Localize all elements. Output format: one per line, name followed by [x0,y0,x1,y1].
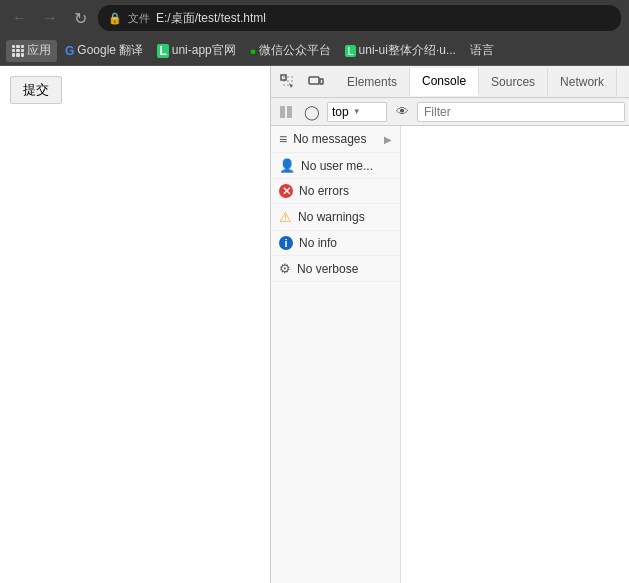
page-content: 提交 [0,66,270,583]
filter-verbose[interactable]: ⚙ No verbose [271,256,400,282]
verbose-label: No verbose [297,262,358,276]
console-output [401,126,629,583]
filter-all-messages[interactable]: ≡ No messages ▶ [271,126,400,153]
bookmark-google-label: Google 翻译 [77,42,143,59]
main-area: 提交 Elements Console S [0,66,629,583]
submit-button[interactable]: 提交 [10,76,62,104]
filter-warnings[interactable]: ⚠ No warnings [271,204,400,231]
verbose-icon: ⚙ [279,261,291,276]
all-messages-icon: ≡ [279,131,287,147]
info-label: No info [299,236,337,250]
google-icon: G [65,44,74,58]
bookmark-google-translate[interactable]: G Google 翻译 [59,40,149,62]
address-bar[interactable]: 🔒 文件 E:/桌面/test/test.html [98,5,621,31]
user-messages-icon: 👤 [279,158,295,173]
context-label: top [332,105,349,119]
browser-chrome: ← → ↻ 🔒 文件 E:/桌面/test/test.html 应用 G Goo… [0,0,629,66]
tab-elements[interactable]: Elements [335,68,410,96]
clear-console-button[interactable]: ◯ [301,101,323,123]
apps-grid-icon [12,45,24,57]
filter-errors[interactable]: ✕ No errors [271,179,400,204]
tab-sources[interactable]: Sources [479,68,548,96]
forward-button[interactable]: → [38,6,62,30]
uni-intro-icon: L [345,45,355,57]
filter-info[interactable]: i No info [271,231,400,256]
file-indicator: 文件 [128,11,150,26]
bookmark-uni-label: uni-app官网 [172,42,236,59]
bookmark-language-label: 语言 [470,42,494,59]
bookmark-wechat-label: 微信公众平台 [259,42,331,59]
bookmark-apps[interactable]: 应用 [6,40,57,62]
tab-more[interactable]: P [617,68,625,96]
devtools-panel: Elements Console Sources Network P ◯ top… [270,66,629,583]
wechat-icon: ● [250,45,257,57]
tab-network[interactable]: Network [548,68,617,96]
bookmark-uni-intro[interactable]: L uni-ui整体介绍·u... [339,40,461,62]
filter-user-messages[interactable]: 👤 No user me... [271,153,400,179]
uni-app-icon: L [157,44,168,58]
devtools-toolbar: Elements Console Sources Network P [271,66,629,98]
bookmark-apps-label: 应用 [27,42,51,59]
eye-button[interactable]: 👁 [391,101,413,123]
expand-arrow-icon: ▶ [384,134,392,145]
console-filter-sidebar: ≡ No messages ▶ 👤 No user me... ✕ No err… [271,126,401,583]
console-sidebar-toggle[interactable] [275,101,297,123]
bookmarks-bar: 应用 G Google 翻译 L uni-app官网 ● 微信公众平台 L un… [0,36,629,66]
user-messages-label: No user me... [301,159,373,173]
console-toolbar: ◯ top ▼ 👁 [271,98,629,126]
bookmark-wechat[interactable]: ● 微信公众平台 [244,40,338,62]
bookmark-uni-intro-label: uni-ui整体介绍·u... [359,42,456,59]
bookmark-uni-app[interactable]: L uni-app官网 [151,40,241,62]
errors-icon: ✕ [279,184,293,198]
svg-rect-1 [309,77,319,84]
secure-icon: 🔒 [108,12,122,25]
svg-rect-4 [287,106,292,118]
devtools-tabs: Elements Console Sources Network P [335,68,625,96]
svg-rect-3 [280,106,285,118]
info-icon: i [279,236,293,250]
device-toolbar-button[interactable] [303,69,329,95]
address-text: E:/桌面/test/test.html [156,10,611,27]
nav-bar: ← → ↻ 🔒 文件 E:/桌面/test/test.html [0,0,629,36]
reload-button[interactable]: ↻ [68,6,92,30]
filter-input[interactable] [417,102,625,122]
warnings-label: No warnings [298,210,365,224]
back-button[interactable]: ← [8,6,32,30]
errors-label: No errors [299,184,349,198]
dropdown-arrow-icon: ▼ [353,107,361,116]
bookmark-language[interactable]: 语言 [464,40,500,62]
svg-rect-2 [320,79,323,84]
context-selector[interactable]: top ▼ [327,102,387,122]
console-messages-area: ≡ No messages ▶ 👤 No user me... ✕ No err… [271,126,629,583]
warnings-icon: ⚠ [279,209,292,225]
inspect-element-button[interactable] [275,69,301,95]
all-messages-label: No messages [293,132,366,146]
tab-console[interactable]: Console [410,68,479,96]
